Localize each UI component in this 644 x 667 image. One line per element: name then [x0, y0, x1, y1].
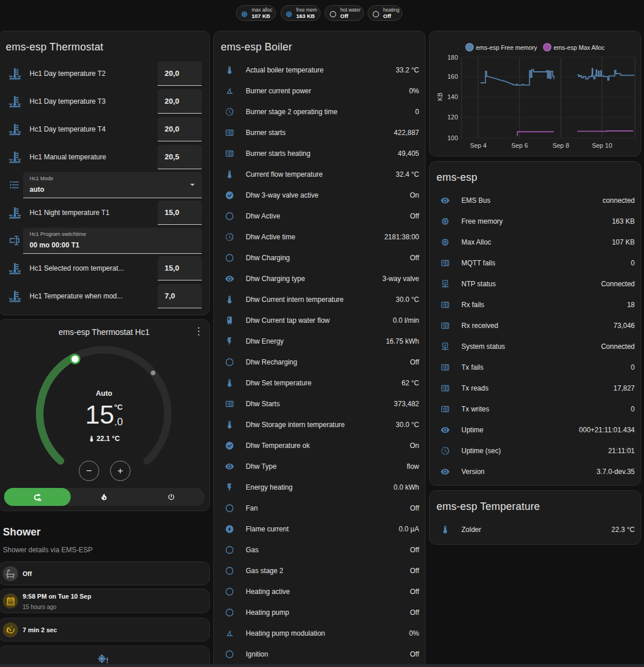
svg-text:100: 100 — [447, 134, 458, 141]
svg-text:160: 160 — [447, 73, 458, 80]
svg-text:Sep 4: Sep 4 — [470, 142, 487, 149]
svg-text:Sep 8: Sep 8 — [552, 142, 569, 149]
svg-text:Sep 10: Sep 10 — [592, 142, 612, 149]
svg-text:Sep 6: Sep 6 — [511, 142, 528, 149]
svg-text:KB: KB — [436, 93, 443, 101]
svg-text:120: 120 — [447, 114, 458, 121]
svg-text:180: 180 — [447, 54, 458, 61]
svg-text:ems-esp Free memory: ems-esp Free memory — [476, 44, 537, 51]
svg-text:140: 140 — [447, 93, 458, 100]
svg-text:ems-esp Max Alloc: ems-esp Max Alloc — [554, 44, 605, 51]
